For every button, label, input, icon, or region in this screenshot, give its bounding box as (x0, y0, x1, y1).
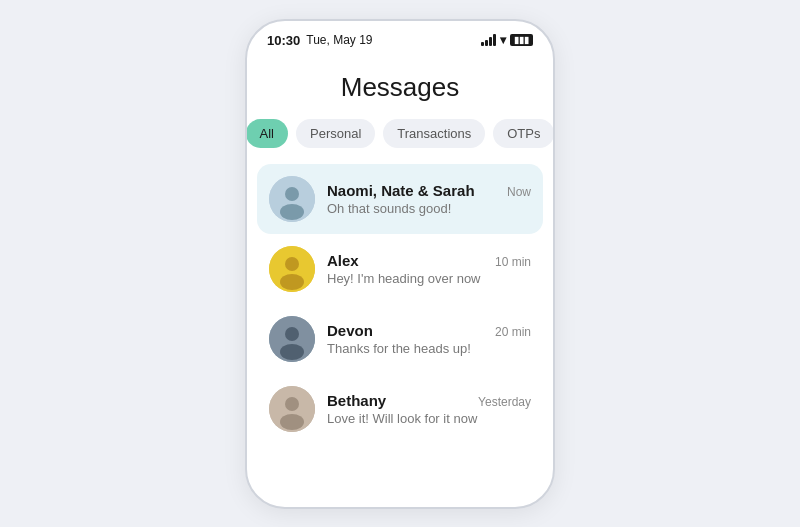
message-header-devon: Devon 20 min (327, 322, 531, 339)
message-preview-bethany: Love it! Will look for it now (327, 411, 531, 426)
wifi-icon: ▾ (500, 33, 506, 47)
message-header-bethany: Bethany Yesterday (327, 392, 531, 409)
status-date: Tue, May 19 (306, 33, 372, 47)
filter-tab-transactions[interactable]: Transactions (383, 119, 485, 148)
filter-tabs: All Personal Transactions OTPs (247, 119, 553, 164)
message-list: Naomi, Nate & Sarah Now Oh that sounds g… (247, 164, 553, 497)
message-name-alex: Alex (327, 252, 359, 269)
filter-tab-all[interactable]: All (247, 119, 288, 148)
message-item-alex[interactable]: Alex 10 min Hey! I'm heading over now (257, 234, 543, 304)
message-name-bethany: Bethany (327, 392, 386, 409)
message-body-naomi: Naomi, Nate & Sarah Now Oh that sounds g… (327, 182, 531, 216)
message-preview-naomi: Oh that sounds good! (327, 201, 531, 216)
page-title: Messages (247, 54, 553, 119)
message-item-naomi[interactable]: Naomi, Nate & Sarah Now Oh that sounds g… (257, 164, 543, 234)
svg-point-4 (285, 257, 299, 271)
svg-point-1 (285, 187, 299, 201)
svg-point-5 (280, 274, 304, 290)
svg-point-2 (280, 204, 304, 220)
message-time-alex: 10 min (495, 255, 531, 269)
message-time-bethany: Yesterday (478, 395, 531, 409)
svg-point-7 (285, 327, 299, 341)
message-body-alex: Alex 10 min Hey! I'm heading over now (327, 252, 531, 286)
status-icons: ▾ ▮▮▮ (481, 33, 533, 47)
message-body-bethany: Bethany Yesterday Love it! Will look for… (327, 392, 531, 426)
filter-tab-personal[interactable]: Personal (296, 119, 375, 148)
message-preview-alex: Hey! I'm heading over now (327, 271, 531, 286)
message-time-naomi: Now (507, 185, 531, 199)
svg-point-8 (280, 344, 304, 360)
status-bar: 10:30 Tue, May 19 ▾ ▮▮▮ (247, 21, 553, 54)
svg-point-11 (280, 414, 304, 430)
message-header-alex: Alex 10 min (327, 252, 531, 269)
message-item-devon[interactable]: Devon 20 min Thanks for the heads up! (257, 304, 543, 374)
signal-icon (481, 34, 496, 46)
avatar-bethany (269, 386, 315, 432)
message-name-naomi: Naomi, Nate & Sarah (327, 182, 475, 199)
message-preview-devon: Thanks for the heads up! (327, 341, 531, 356)
phone-frame: 10:30 Tue, May 19 ▾ ▮▮▮ Messages All Per… (245, 19, 555, 509)
main-content: Messages All Personal Transactions OTPs (247, 54, 553, 507)
filter-tab-otps[interactable]: OTPs (493, 119, 553, 148)
message-name-devon: Devon (327, 322, 373, 339)
message-body-devon: Devon 20 min Thanks for the heads up! (327, 322, 531, 356)
battery-icon: ▮▮▮ (510, 34, 533, 46)
avatar-naomi (269, 176, 315, 222)
avatar-alex (269, 246, 315, 292)
avatar-devon (269, 316, 315, 362)
svg-point-10 (285, 397, 299, 411)
message-time-devon: 20 min (495, 325, 531, 339)
status-time: 10:30 (267, 33, 300, 48)
message-item-bethany[interactable]: Bethany Yesterday Love it! Will look for… (257, 374, 543, 444)
message-header-naomi: Naomi, Nate & Sarah Now (327, 182, 531, 199)
